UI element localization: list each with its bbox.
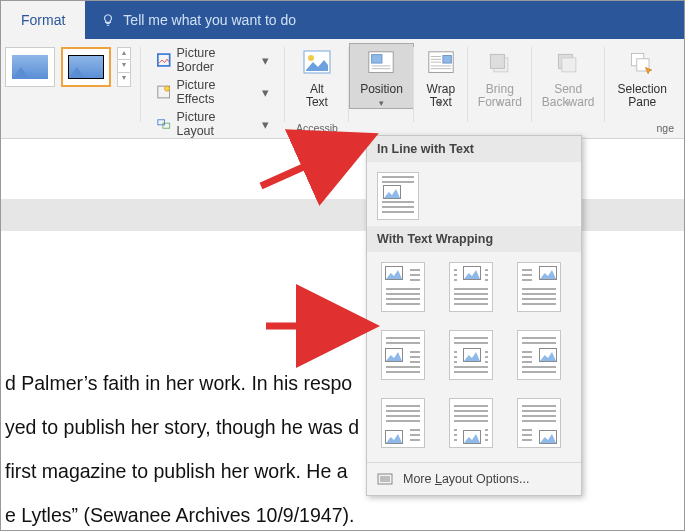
position-top-center[interactable]: [449, 262, 493, 312]
more-layout-options[interactable]: More Layout Options...: [367, 462, 581, 495]
position-middle-center[interactable]: [449, 330, 493, 380]
position-button[interactable]: Position ▾: [349, 43, 414, 109]
tell-me-search[interactable]: Tell me what you want to do: [85, 1, 296, 39]
group-picture-styles: ▴ ▾ ▾: [1, 43, 141, 138]
lightbulb-icon: [101, 13, 115, 27]
group-arrange-start: Position ▾: [349, 43, 414, 138]
dropdown-heading-inline: In Line with Text: [367, 136, 581, 162]
dropdown-heading-wrap: With Text Wrapping: [367, 226, 581, 252]
tab-format[interactable]: Format: [1, 1, 85, 39]
selection-pane-icon: [628, 50, 656, 78]
group-picture-format: Picture Border▾ Picture Effects▾ Picture…: [141, 43, 285, 138]
group-wrap-text: Wrap Text ▾: [414, 43, 468, 138]
gallery-scroll-up[interactable]: ▴: [117, 47, 131, 60]
svg-point-2: [165, 86, 170, 91]
group-selection-pane: Selection Pane nge: [605, 43, 684, 138]
picture-effects-button[interactable]: Picture Effects▾: [151, 77, 275, 107]
ribbon: ▴ ▾ ▾ Picture Border▾ Picture Effects▾ P…: [1, 39, 684, 139]
doc-line: e Lytles” (Sewanee Archives 10/9/1947).: [1, 493, 684, 531]
chevron-down-icon: ▾: [497, 98, 502, 108]
send-backward-icon: [554, 50, 582, 78]
position-bottom-left[interactable]: [381, 398, 425, 448]
position-inline[interactable]: [377, 172, 419, 220]
picture-effects-icon: [157, 85, 170, 99]
wrap-text-button[interactable]: Wrap Text ▾: [414, 43, 468, 108]
chevron-down-icon: ▾: [438, 98, 443, 108]
picture-border-icon: [157, 53, 171, 67]
ribbon-tabstrip: Format Tell me what you want to do: [1, 1, 684, 39]
position-middle-left[interactable]: [381, 330, 425, 380]
alt-text-button[interactable]: Alt Text: [290, 43, 344, 109]
position-middle-right[interactable]: [517, 330, 561, 380]
group-bring-forward: Bring Forward ▾: [468, 43, 532, 138]
selection-pane-button[interactable]: Selection Pane: [608, 43, 677, 109]
gallery-more[interactable]: ▾: [117, 73, 131, 87]
send-backward-button: Send Backward ▾: [532, 43, 605, 108]
svg-line-28: [261, 139, 366, 186]
alt-text-icon: [301, 48, 333, 80]
layout-options-icon: [377, 471, 393, 487]
picture-border-button[interactable]: Picture Border▾: [151, 45, 275, 75]
svg-point-6: [308, 55, 314, 61]
gallery-scroll-down[interactable]: ▾: [117, 60, 131, 73]
group-send-backward: Send Backward ▾: [532, 43, 605, 138]
position-bottom-right[interactable]: [517, 398, 561, 448]
picture-style-1[interactable]: [5, 47, 55, 87]
chevron-down-icon: ▾: [566, 98, 571, 108]
svg-rect-3: [158, 120, 165, 125]
svg-rect-12: [443, 56, 451, 64]
picture-layout-button[interactable]: Picture Layout▾: [151, 109, 275, 139]
position-dropdown: In Line with Text With Text Wrapping: [366, 135, 582, 496]
group-accessibility: Alt Text Accessib: [285, 43, 350, 138]
position-top-right[interactable]: [517, 262, 561, 312]
picture-style-2[interactable]: [61, 47, 111, 87]
wrap-text-icon: [426, 49, 456, 79]
position-top-left[interactable]: [381, 262, 425, 312]
position-bottom-center[interactable]: [449, 398, 493, 448]
svg-rect-4: [163, 123, 170, 128]
chevron-down-icon: ▾: [379, 98, 384, 108]
tell-me-placeholder: Tell me what you want to do: [123, 12, 296, 28]
picture-layout-icon: [157, 117, 171, 131]
position-icon: [366, 49, 396, 79]
svg-rect-19: [490, 54, 504, 68]
bring-forward-icon: [486, 50, 514, 78]
bring-forward-button: Bring Forward ▾: [468, 43, 532, 108]
svg-rect-8: [372, 55, 382, 63]
svg-rect-21: [562, 58, 576, 72]
